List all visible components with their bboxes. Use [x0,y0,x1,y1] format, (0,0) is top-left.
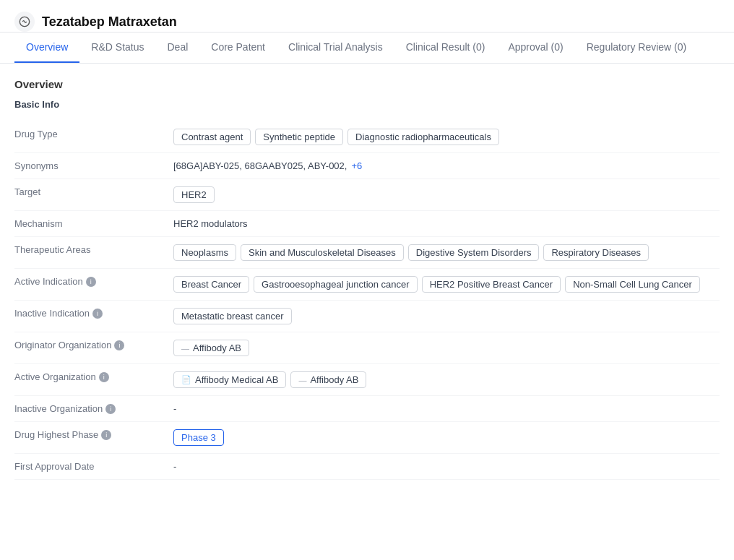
mechanism-text: HER2 modulators [173,218,248,229]
active-org-label: Active Organization i [14,371,173,382]
inactive-org-info-icon[interactable]: i [105,404,116,414]
therapeutic-areas-label: Therapeutic Areas [14,244,173,255]
drug-highest-phase-label: Drug Highest Phase i [14,429,173,440]
first-approval-date-label: First Approval Date [14,461,173,472]
page-title: Tezatabep Matraxetan [42,14,177,30]
therapeutic-areas-row: Therapeutic Areas Neoplasms Skin and Mus… [14,237,720,269]
basic-info-title: Basic Info [14,99,720,110]
drug-phase-info-icon[interactable]: i [101,430,111,440]
active-org-value: 📄 Affibody Medical AB — Affibody AB [173,371,720,388]
first-approval-date-row: First Approval Date - [14,454,720,480]
active-indication-value: Breast Cancer Gastrooesophageal junction… [173,276,720,293]
first-approval-date-value: - [173,461,720,472]
synonyms-value: [68GA]ABY-025, 68GAABY025, ABY-002, +6 [173,160,720,171]
active-org-1-icon: — [298,376,306,384]
mechanism-value: HER2 modulators [173,218,720,229]
therapeutic-areas-value: Neoplasms Skin and Musculoskeletal Disea… [173,244,720,261]
tab-clinical-trial[interactable]: Clinical Trial Analysis [277,33,394,63]
originator-org-info-icon[interactable]: i [114,340,124,350]
drug-type-tag-0[interactable]: Contrast agent [173,129,251,145]
inactive-indication-tag-0[interactable]: Metastatic breast cancer [173,308,292,324]
active-indication-label: Active Indication i [14,276,173,287]
mechanism-label: Mechanism [14,218,173,229]
therapeutic-tag-1[interactable]: Skin and Musculoskeletal Diseases [241,244,404,261]
inactive-org-label: Inactive Organization i [14,403,173,414]
tab-rd-status[interactable]: R&D Status [79,33,155,63]
target-value: HER2 [173,186,720,203]
inactive-org-value: - [173,403,720,414]
tab-regulatory-review[interactable]: Regulatory Review (0) [575,33,699,63]
phase-tag[interactable]: Phase 3 [173,429,224,446]
inactive-indication-row: Inactive Indication i Metastatic breast … [14,301,720,332]
inactive-org-row: Inactive Organization i - [14,396,720,422]
inactive-indication-value: Metastatic breast cancer [173,308,720,324]
drug-type-label: Drug Type [14,129,173,139]
synonyms-text: [68GA]ABY-025, 68GAABY025, ABY-002, [173,160,347,171]
drug-highest-phase-row: Drug Highest Phase i Phase 3 [14,422,720,454]
originator-org-icon: — [181,344,189,353]
section-overview-title: Overview [14,78,720,90]
originator-org-value: — Affibody AB [173,340,720,356]
inactive-org-text: - [173,403,176,414]
therapeutic-tag-3[interactable]: Respiratory Diseases [543,244,649,261]
drug-type-value: Contrast agent Synthetic peptide Diagnos… [173,129,720,145]
tab-clinical-result[interactable]: Clinical Result (0) [394,33,497,63]
tab-approval[interactable]: Approval (0) [496,33,574,63]
originator-org-name: Affibody AB [193,343,241,353]
originator-org-label: Originator Organization i [14,340,173,350]
originator-org-tag-0[interactable]: — Affibody AB [173,340,249,356]
active-org-tag-0[interactable]: 📄 Affibody Medical AB [173,371,286,388]
therapeutic-tag-0[interactable]: Neoplasms [173,244,236,261]
drug-type-tag-2[interactable]: Diagnostic radiopharmaceuticals [347,129,499,145]
tab-overview[interactable]: Overview [14,33,79,63]
active-org-row: Active Organization i 📄 Affibody Medical… [14,364,720,396]
active-indication-tag-3[interactable]: Non-Small Cell Lung Cancer [565,276,700,293]
target-label: Target [14,186,173,197]
originator-org-row: Originator Organization i — Affibody AB [14,332,720,364]
synonyms-label: Synonyms [14,160,173,171]
active-org-1-name: Affibody AB [310,374,358,385]
active-indication-tag-1[interactable]: Gastrooesophageal junction cancer [254,276,418,293]
drug-highest-phase-value: Phase 3 [173,429,720,446]
inactive-indication-info-icon[interactable]: i [92,309,103,319]
main-content: Overview Basic Info Drug Type Contrast a… [0,64,734,494]
tab-bar: Overview R&D Status Deal Core Patent Cli… [0,33,734,64]
tab-core-patent[interactable]: Core Patent [199,33,277,63]
active-indication-tag-0[interactable]: Breast Cancer [173,276,249,293]
synonyms-more-link[interactable]: +6 [351,160,362,171]
drug-type-row: Drug Type Contrast agent Synthetic pepti… [14,121,720,153]
tab-deal[interactable]: Deal [156,33,200,63]
therapeutic-tag-2[interactable]: Digestive System Disorders [408,244,540,261]
active-indication-row: Active Indication i Breast Cancer Gastro… [14,269,720,301]
active-org-tag-1[interactable]: — Affibody AB [290,371,366,388]
page-header: Tezatabep Matraxetan [0,0,734,33]
active-indication-info-icon[interactable]: i [86,277,96,287]
target-row: Target HER2 [14,179,720,211]
inactive-indication-label: Inactive Indication i [14,308,173,319]
active-org-0-name: Affibody Medical AB [195,374,278,385]
synonyms-row: Synonyms [68GA]ABY-025, 68GAABY025, ABY-… [14,153,720,179]
first-approval-date-text: - [173,461,176,472]
drug-type-tag-1[interactable]: Synthetic peptide [255,129,343,145]
active-indication-tag-2[interactable]: HER2 Positive Breast Cancer [422,276,561,293]
active-org-info-icon[interactable]: i [99,372,109,382]
target-tag-0[interactable]: HER2 [173,186,215,203]
drug-icon [14,12,35,32]
mechanism-row: Mechanism HER2 modulators [14,211,720,237]
active-org-0-icon: 📄 [181,375,191,384]
